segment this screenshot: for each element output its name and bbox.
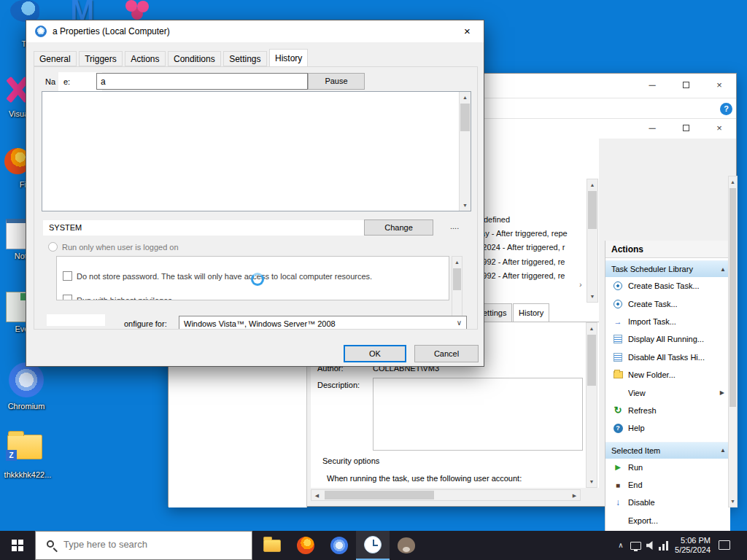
history-row[interactable]: 24/2024 - After triggered, r <box>471 243 565 252</box>
pause-button[interactable]: Pause <box>308 73 365 90</box>
scroll-right-icon[interactable]: ▶ <box>569 490 580 500</box>
network-tray-icon[interactable] <box>659 541 669 551</box>
scroll-up-icon[interactable]: ▲ <box>587 323 597 334</box>
more-label[interactable]: .... <box>450 222 459 230</box>
scroll-down-icon[interactable]: ▼ <box>587 291 597 302</box>
expander-icon[interactable]: › <box>579 280 582 289</box>
scroll-down-icon[interactable]: ▼ <box>460 200 471 211</box>
tab-conditions[interactable]: Conditions <box>168 51 221 66</box>
description-field[interactable] <box>373 378 583 451</box>
chromium-icon[interactable] <box>9 362 44 397</box>
collapse-icon[interactable]: ▲ <box>720 447 726 454</box>
tray-expand-button[interactable]: ∧ <box>613 531 629 560</box>
scroll-up-icon[interactable]: ▲ <box>460 92 471 103</box>
close-button[interactable]: × <box>703 119 736 138</box>
cancel-button[interactable]: Cancel <box>414 345 479 362</box>
zip-folder-icon[interactable]: Z <box>7 435 42 459</box>
taskbar-task-scheduler[interactable] <box>356 531 390 560</box>
tab-actions[interactable]: Actions <box>125 51 165 66</box>
desktop-icon-label-chromium[interactable]: Chromium <box>0 402 53 411</box>
dialog-titlebar[interactable]: a Properties (Local Computer) × <box>26 20 484 42</box>
taskbar-clock[interactable]: 5:06 PM 5/25/2024 <box>670 536 711 555</box>
close-button[interactable]: × <box>703 75 736 96</box>
action-label: End <box>628 481 643 489</box>
action-disable-all-tasks[interactable]: Disable All Tasks Hi... <box>605 349 730 366</box>
history-listbox[interactable]: ▲ ▼ <box>42 91 471 211</box>
action-import-task[interactable]: → Import Task... <box>605 313 730 330</box>
action-create-basic-task[interactable]: Create Basic Task... <box>605 277 730 295</box>
history-row[interactable]: 1/1992 - After triggered, re <box>471 271 565 280</box>
tab-triggers[interactable]: Triggers <box>79 51 123 66</box>
collapse-icon[interactable]: ▲ <box>720 266 726 273</box>
configure-for-combo[interactable]: Windows Vista™, Windows Server™ 2008 ∨ <box>179 316 467 330</box>
action-new-folder[interactable]: New Folder... <box>605 366 730 384</box>
tab-settings[interactable]: Settings <box>223 51 266 66</box>
detail-scrollbar[interactable]: ▲ ▼ <box>586 322 597 488</box>
do-not-store-password-checkbox[interactable] <box>63 271 72 281</box>
scroll-up-icon[interactable]: ▲ <box>729 176 737 187</box>
action-end[interactable]: ■ End <box>605 476 730 494</box>
change-button[interactable]: Change <box>364 219 433 236</box>
scroll-down-icon[interactable]: ▼ <box>729 496 737 507</box>
scroll-left-icon[interactable]: ◀ <box>311 490 322 500</box>
scroll-thumb[interactable] <box>588 191 597 229</box>
action-display-all-running[interactable]: Display All Running... <box>605 330 730 348</box>
minimize-button[interactable]: ─ <box>635 75 669 96</box>
action-export[interactable]: Export... <box>605 512 730 529</box>
horizontal-scrollbar[interactable]: ◀ ▶ <box>311 489 581 501</box>
actions-group-selected-item[interactable]: Selected Item ▲ <box>605 442 730 459</box>
dialog-close-button[interactable]: × <box>451 20 484 42</box>
scroll-thumb[interactable] <box>729 188 736 407</box>
history-row[interactable]: defined <box>484 215 510 224</box>
volume-tray-icon[interactable] <box>646 541 656 550</box>
maximize-button[interactable] <box>669 75 703 96</box>
scroll-up-icon[interactable]: ▲ <box>587 179 597 190</box>
action-create-task[interactable]: Create Task... <box>605 295 730 312</box>
actions-group-task-scheduler-library[interactable]: Task Scheduler Library ▲ <box>605 260 730 277</box>
desktop-icon-label-folder[interactable]: thkkkhk422... <box>0 470 57 480</box>
history-scrollbar[interactable]: ▲ ▼ <box>587 179 598 303</box>
thunderbird-icon[interactable] <box>10 0 39 22</box>
display-tray-icon[interactable] <box>630 542 641 550</box>
start-button[interactable] <box>0 531 35 560</box>
name-input[interactable] <box>96 73 308 90</box>
search-input[interactable] <box>63 539 239 550</box>
tab-history[interactable]: History <box>269 49 308 66</box>
help-button[interactable]: ? <box>720 103 732 115</box>
taskbar-firefox[interactable] <box>289 531 322 560</box>
action-view[interactable]: View ▶ <box>605 384 730 401</box>
actions-scrollbar[interactable]: ▲ ▼ <box>728 176 738 508</box>
taskbar-chromium[interactable] <box>322 531 356 560</box>
tab-general[interactable]: General <box>34 51 77 66</box>
firefox-icon <box>297 537 314 554</box>
action-help[interactable]: ? Help <box>605 419 730 437</box>
taskbar-search[interactable] <box>35 531 252 560</box>
scroll-down-icon[interactable]: ▼ <box>587 476 597 487</box>
minimize-button[interactable]: ─ <box>635 119 669 138</box>
scroll-up-icon[interactable]: ▲ <box>452 257 462 268</box>
windows-logo-icon <box>12 540 23 551</box>
task-scheduler-icon <box>364 536 382 553</box>
action-center-icon[interactable] <box>719 540 730 550</box>
scroll-thumb[interactable] <box>587 335 596 386</box>
scroll-thumb[interactable] <box>325 491 434 499</box>
taskbar-file-explorer[interactable] <box>255 531 289 560</box>
scroll-thumb[interactable] <box>453 268 461 290</box>
taskbar-gimp[interactable] <box>390 531 423 560</box>
highest-privileges-checkbox[interactable] <box>63 295 72 300</box>
scroll-thumb[interactable] <box>460 104 470 131</box>
clock-time: 5:06 PM <box>670 536 711 545</box>
action-refresh[interactable]: ↻ Refresh <box>605 402 730 419</box>
action-disable[interactable]: ↓ Disable <box>605 494 730 511</box>
history-row[interactable]: day - After triggered, repe <box>476 229 568 238</box>
tab-history[interactable]: History <box>513 303 549 322</box>
action-run[interactable]: ▶ Run <box>605 459 730 476</box>
action-label: Run <box>628 463 643 472</box>
flower-app-icon[interactable] <box>125 0 137 12</box>
listbox-scrollbar[interactable]: ▲ ▼ <box>459 92 471 211</box>
maximize-button[interactable] <box>669 119 703 138</box>
ok-button[interactable]: OK <box>344 345 406 362</box>
run-logged-on-radio[interactable] <box>48 242 58 252</box>
history-row[interactable]: 1/1992 - After triggered, re <box>471 257 565 266</box>
zip-badge-icon: Z <box>6 450 17 461</box>
